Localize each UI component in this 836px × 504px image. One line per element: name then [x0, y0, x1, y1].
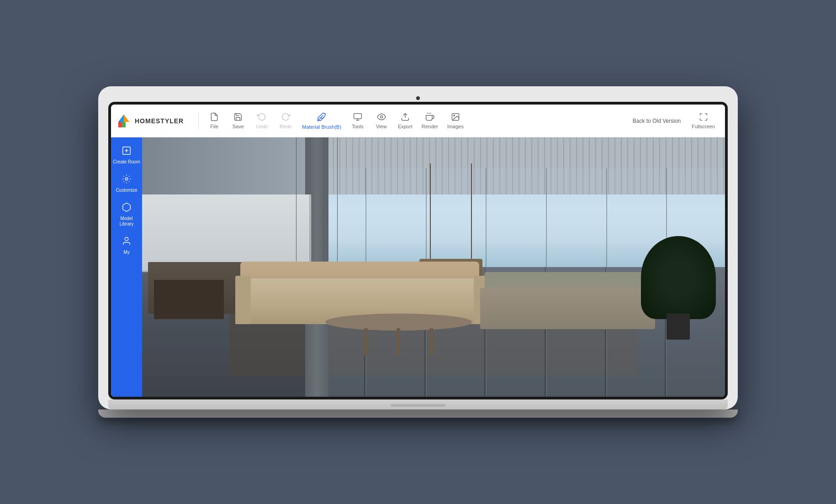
- toolbar: HOMESTYLER File: [111, 105, 725, 137]
- back-to-old-version-button[interactable]: Back to Old Version: [626, 115, 687, 127]
- sidebar: Create Room Customize: [111, 137, 142, 397]
- view-button[interactable]: View: [370, 110, 393, 132]
- my-label: My: [123, 250, 129, 255]
- svg-marker-1: [118, 115, 124, 122]
- screen-bezel: HOMESTYLER File: [108, 102, 728, 399]
- images-icon: [451, 112, 460, 123]
- logo-area: HOMESTYLER: [116, 114, 184, 128]
- tools-button[interactable]: Tools: [346, 110, 370, 132]
- redo-label: Redo: [280, 124, 291, 129]
- table-leg-1: [364, 328, 368, 355]
- app-name: HOMESTYLER: [135, 117, 184, 125]
- pendant-4: [335, 137, 340, 280]
- file-button[interactable]: File: [202, 110, 226, 132]
- sidebar-item-customize[interactable]: Customize: [111, 169, 142, 198]
- laptop-container: HOMESTYLER File: [98, 86, 738, 418]
- laptop-base: [108, 399, 728, 410]
- file-icon: [210, 112, 219, 123]
- pendant-1: [294, 137, 299, 280]
- fullscreen-label: Fullscreen: [692, 124, 715, 129]
- svg-point-15: [454, 115, 455, 116]
- customize-icon: [122, 174, 132, 187]
- plant-pot: [667, 314, 690, 340]
- toolbar-divider-1: [198, 112, 199, 130]
- sidebar-item-my[interactable]: My: [111, 231, 142, 260]
- main-area: Create Room Customize: [111, 137, 725, 397]
- view-label: View: [376, 124, 387, 129]
- render-button[interactable]: Render: [417, 110, 443, 132]
- pendant-wire-1: [296, 137, 296, 273]
- export-icon: [401, 112, 410, 123]
- undo-icon: [257, 112, 266, 123]
- webcam-dot: [416, 96, 420, 100]
- laptop-bottom: [98, 410, 738, 418]
- export-label: Export: [398, 124, 413, 129]
- homestyler-logo-icon: [116, 114, 131, 128]
- canvas-area[interactable]: [142, 137, 725, 397]
- save-icon: [233, 112, 243, 123]
- armchair-left-body: [480, 288, 573, 329]
- indoor-plant: [655, 236, 702, 340]
- table-leg-3: [429, 328, 433, 355]
- svg-point-9: [380, 116, 382, 118]
- export-button[interactable]: Export: [393, 110, 417, 132]
- sidebar-item-create-room[interactable]: Create Room: [111, 141, 142, 169]
- create-room-label: Create Room: [113, 159, 140, 165]
- laptop-body: HOMESTYLER File: [98, 86, 738, 410]
- pendant-lights: [259, 137, 375, 280]
- plant-leaves: [641, 236, 715, 319]
- render-label: Render: [422, 124, 438, 129]
- svg-point-19: [125, 178, 128, 180]
- file-label: File: [210, 124, 218, 129]
- armchair-left: [480, 278, 573, 330]
- save-label: Save: [233, 124, 244, 129]
- svg-rect-6: [354, 114, 361, 119]
- app-window: HOMESTYLER File: [111, 105, 725, 397]
- redo-icon: [281, 112, 290, 123]
- material-brush-icon: [317, 112, 327, 123]
- redo-button[interactable]: Redo: [274, 110, 297, 132]
- swing-rope-left: [430, 163, 431, 263]
- coffee-table-legs: [349, 328, 447, 355]
- customize-label: Customize: [116, 188, 137, 193]
- table-leg-2: [397, 328, 400, 355]
- pendant-wire-3: [323, 137, 324, 273]
- images-button[interactable]: Images: [443, 110, 468, 132]
- pendant-3: [322, 137, 326, 280]
- undo-button[interactable]: Undo: [250, 110, 274, 132]
- fullscreen-button[interactable]: Fullscreen: [687, 110, 720, 132]
- model-library-icon: [122, 202, 132, 215]
- fullscreen-icon: [699, 112, 708, 123]
- interior-scene: [142, 137, 725, 397]
- room-render: [142, 137, 725, 397]
- create-room-icon: [122, 146, 132, 158]
- svg-marker-3: [118, 122, 122, 127]
- images-label: Images: [447, 124, 464, 129]
- sidebar-item-model-library[interactable]: Model Library: [111, 198, 142, 231]
- dining-chair-2: [189, 280, 224, 319]
- pendant-wire-2: [310, 137, 310, 273]
- model-library-label: Model Library: [113, 216, 140, 227]
- undo-label: Undo: [256, 124, 268, 129]
- back-to-old-label: Back to Old Version: [633, 118, 681, 124]
- render-icon: [425, 112, 434, 123]
- tools-label: Tools: [352, 124, 364, 129]
- trackpad-notch: [391, 404, 445, 407]
- tools-icon: [353, 112, 362, 123]
- sofa-armrest-left: [235, 276, 251, 324]
- svg-marker-2: [124, 115, 129, 122]
- swing-rope-right: [471, 163, 472, 263]
- view-icon: [377, 112, 386, 123]
- dining-chair-1: [154, 280, 189, 319]
- my-icon: [122, 236, 132, 249]
- pendant-wire-4: [337, 137, 338, 273]
- save-button[interactable]: Save: [226, 110, 250, 132]
- coffee-table: [317, 314, 480, 355]
- material-brush-label: Material Brush(B): [302, 124, 341, 130]
- pendant-2: [308, 137, 312, 280]
- material-brush-button[interactable]: Material Brush(B): [297, 109, 346, 132]
- svg-point-20: [125, 237, 128, 241]
